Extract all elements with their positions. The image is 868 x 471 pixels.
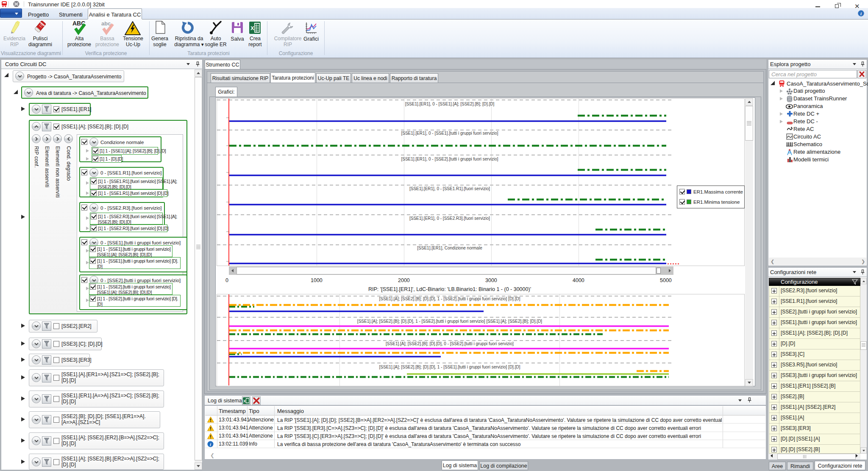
svg-text:abc: abc (101, 20, 111, 27)
svg-text:X: X (243, 399, 246, 403)
svg-text:X: X (250, 25, 254, 31)
